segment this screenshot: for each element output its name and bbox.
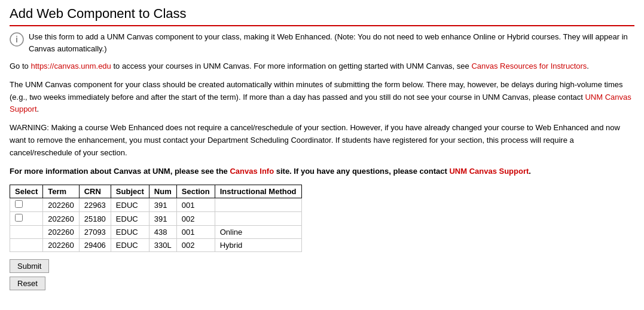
- row-cell-term: 202260: [43, 212, 79, 226]
- row-cell-crn: 29406: [79, 239, 111, 252]
- page-title: Add Web Component to Class: [10, 6, 634, 26]
- row-cell-instructional_method: [215, 198, 301, 212]
- paragraph-more-info: For more information about Canvas at UNM…: [10, 165, 634, 178]
- reset-button[interactable]: Reset: [10, 277, 45, 290]
- canvas-info-link[interactable]: Canvas Info: [230, 167, 274, 176]
- row-cell-section: 001: [176, 198, 215, 212]
- row-cell-subject: EDUC: [111, 239, 149, 252]
- row-cell-num: 391: [149, 198, 176, 212]
- paragraph-warning: WARNING: Making a course Web Enhanced do…: [10, 122, 634, 159]
- row-checkbox[interactable]: [15, 214, 23, 222]
- row-cell-instructional_method: Hybrid: [215, 239, 301, 252]
- col-header-num: Num: [149, 185, 176, 198]
- table-row: 20226027093EDUC438001Online: [10, 226, 302, 239]
- paragraph-canvas-link: Go to https://canvas.unm.edu to access y…: [10, 60, 634, 73]
- row-select-cell: [10, 226, 43, 239]
- row-cell-instructional_method: Online: [215, 226, 301, 239]
- submit-button[interactable]: Submit: [10, 259, 49, 273]
- svg-text:i: i: [16, 35, 18, 44]
- row-cell-crn: 27093: [79, 226, 111, 239]
- info-text: Use this form to add a UNM Canvas compon…: [29, 31, 634, 54]
- col-header-instructional-method: Instructional Method: [215, 185, 301, 198]
- canvas-url-link[interactable]: https://canvas.unm.edu: [30, 62, 111, 70]
- col-header-subject: Subject: [111, 185, 149, 198]
- info-icon: i: [10, 32, 24, 47]
- paragraph-delays: The UNM Canvas component for your class …: [10, 79, 634, 116]
- col-header-term: Term: [43, 185, 79, 198]
- row-cell-term: 202260: [43, 226, 79, 239]
- reset-row: Reset: [10, 277, 634, 290]
- canvas-resources-link[interactable]: Canvas Resources for Instructors: [471, 62, 587, 70]
- row-cell-section: 002: [176, 239, 215, 252]
- row-checkbox[interactable]: [15, 200, 23, 208]
- col-header-section: Section: [176, 185, 215, 198]
- row-cell-section: 001: [176, 226, 215, 239]
- row-cell-crn: 25180: [79, 212, 111, 226]
- submit-row: Submit: [10, 259, 634, 273]
- canvas-support-link-2[interactable]: UNM Canvas Support: [449, 167, 529, 176]
- table-row: 20226029406EDUC330L002Hybrid: [10, 239, 302, 252]
- row-cell-subject: EDUC: [111, 226, 149, 239]
- row-cell-crn: 22963: [79, 198, 111, 212]
- courses-table: Select Term CRN Subject Num Section Inst…: [10, 185, 302, 252]
- row-select-cell: [10, 212, 43, 226]
- row-cell-num: 438: [149, 226, 176, 239]
- table-row: 20226022963EDUC391001: [10, 198, 302, 212]
- row-cell-num: 330L: [149, 239, 176, 252]
- col-header-select: Select: [10, 185, 43, 198]
- row-cell-term: 202260: [43, 198, 79, 212]
- table-header-row: Select Term CRN Subject Num Section Inst…: [10, 185, 302, 198]
- col-header-crn: CRN: [79, 185, 111, 198]
- table-row: 20226025180EDUC391002: [10, 212, 302, 226]
- row-cell-num: 391: [149, 212, 176, 226]
- row-select-cell: [10, 239, 43, 252]
- row-cell-term: 202260: [43, 239, 79, 252]
- row-select-cell: [10, 198, 43, 212]
- row-cell-instructional_method: [215, 212, 301, 226]
- row-cell-subject: EDUC: [111, 212, 149, 226]
- row-cell-section: 002: [176, 212, 215, 226]
- row-cell-subject: EDUC: [111, 198, 149, 212]
